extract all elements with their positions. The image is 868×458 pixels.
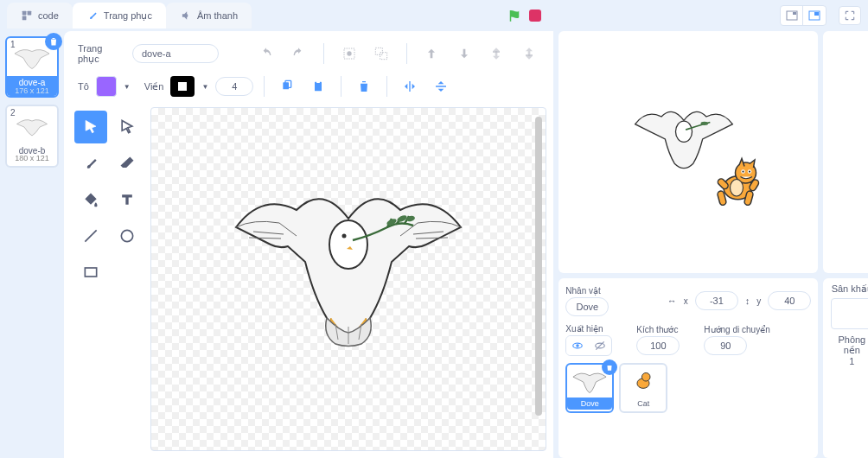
sound-icon xyxy=(180,10,192,22)
delete-button[interactable] xyxy=(352,74,376,99)
scrollbar[interactable] xyxy=(535,117,542,416)
dove-artwork xyxy=(219,167,478,357)
tool-palette xyxy=(71,107,147,451)
sprite-item-cat[interactable]: Cat xyxy=(619,363,667,413)
costume-name-input[interactable] xyxy=(132,44,219,63)
fill-label: Tô xyxy=(78,81,89,92)
svg-point-23 xyxy=(676,121,692,142)
costume-item-dove-a[interactable]: 1 dove-a 176 x 121 xyxy=(5,36,59,98)
tab-costumes-label: Trang phục xyxy=(104,10,152,22)
svg-point-24 xyxy=(701,122,709,125)
show-label: Xuất hiện xyxy=(565,324,603,334)
svg-rect-1 xyxy=(28,11,32,16)
front-button[interactable] xyxy=(485,41,507,66)
fill-color-picker[interactable] xyxy=(96,76,117,97)
y-icon: ↕ xyxy=(745,296,750,306)
svg-point-37 xyxy=(577,345,578,347)
large-stage-button[interactable] xyxy=(803,6,826,25)
svg-rect-0 xyxy=(22,11,27,16)
visibility-toggle xyxy=(565,335,612,356)
svg-rect-9 xyxy=(375,48,382,54)
backward-button[interactable] xyxy=(453,41,475,66)
svg-rect-10 xyxy=(380,53,387,60)
view-mode-buttons xyxy=(780,5,827,26)
backdrop-thumb xyxy=(831,298,868,329)
outline-width-input[interactable] xyxy=(215,77,253,96)
outline-label: Viền xyxy=(144,81,164,92)
fill-tool[interactable] xyxy=(74,183,107,216)
backdrop-panel[interactable]: Sân khấu Phông nền 1 xyxy=(823,278,868,458)
size-input[interactable] xyxy=(636,336,680,355)
sprite-item-dove[interactable]: Dove xyxy=(565,363,614,413)
svg-rect-14 xyxy=(316,80,320,83)
paint-editor: Trang phục Tô ▼ Viền ▼ xyxy=(64,31,553,458)
stage-preview[interactable] xyxy=(558,31,818,273)
sprite-name-input[interactable] xyxy=(565,297,609,316)
eraser-tool[interactable] xyxy=(111,147,144,180)
small-stage-button[interactable] xyxy=(781,6,803,25)
svg-point-16 xyxy=(121,230,132,241)
tab-costumes[interactable]: Trang phục xyxy=(73,3,166,29)
hide-button[interactable] xyxy=(589,336,611,355)
ungroup-button[interactable] xyxy=(370,41,392,66)
svg-rect-2 xyxy=(22,16,27,21)
svg-rect-17 xyxy=(85,268,96,277)
size-label: Kích thước xyxy=(636,325,678,334)
svg-point-19 xyxy=(342,234,347,239)
paint-canvas[interactable] xyxy=(150,107,546,451)
back-button[interactable] xyxy=(518,41,539,66)
xy-icon: ↔ xyxy=(667,296,677,306)
delete-sprite-button[interactable] xyxy=(602,359,617,375)
stage-selector[interactable] xyxy=(823,31,868,273)
svg-point-41 xyxy=(642,372,651,381)
svg-point-18 xyxy=(329,220,367,269)
direction-input[interactable] xyxy=(704,336,747,355)
y-input[interactable] xyxy=(768,291,811,310)
stage-label: Sân khấu xyxy=(828,283,868,295)
brush-tool[interactable] xyxy=(74,147,107,180)
copy-button[interactable] xyxy=(275,74,299,99)
costume-item-dove-b[interactable]: 2 dove-b 180 x 121 xyxy=(5,105,59,168)
flag-icon[interactable] xyxy=(507,8,522,23)
undo-button[interactable] xyxy=(255,41,277,66)
svg-point-35 xyxy=(731,180,744,197)
redo-button[interactable] xyxy=(288,41,310,66)
flip-v-button[interactable] xyxy=(429,74,453,99)
tab-sounds-label: Âm thanh xyxy=(197,10,238,21)
reshape-tool[interactable] xyxy=(111,111,144,143)
forward-button[interactable] xyxy=(421,41,443,66)
brush-icon xyxy=(86,10,99,22)
stop-icon[interactable] xyxy=(529,10,541,22)
fullscreen-button[interactable] xyxy=(839,6,861,25)
line-tool[interactable] xyxy=(74,219,107,252)
text-tool[interactable] xyxy=(111,183,144,216)
x-input[interactable] xyxy=(695,291,738,310)
costume-name-label: Trang phục xyxy=(78,43,122,65)
circle-tool[interactable] xyxy=(111,219,144,252)
code-icon xyxy=(21,10,33,22)
show-button[interactable] xyxy=(566,336,589,355)
paste-button[interactable] xyxy=(306,74,330,99)
outline-color-picker[interactable] xyxy=(170,76,195,97)
svg-point-8 xyxy=(347,51,351,55)
svg-line-15 xyxy=(85,230,96,241)
delete-costume-button[interactable] xyxy=(45,33,62,50)
costume-list: 1 dove-a 176 x 121 2 dove-b 180 x 121 xyxy=(0,31,64,458)
backdrop-count: 1 xyxy=(828,356,868,366)
sprite-name-label: Nhân vật xyxy=(565,286,600,296)
svg-point-30 xyxy=(749,170,750,172)
svg-rect-6 xyxy=(814,12,819,16)
tab-sounds[interactable]: Âm thanh xyxy=(166,3,252,29)
svg-rect-11 xyxy=(284,82,290,89)
rect-tool[interactable] xyxy=(74,256,107,289)
select-tool[interactable] xyxy=(74,111,107,143)
backdrop-label: Phông nền xyxy=(828,334,868,356)
tab-code-label: code xyxy=(38,10,59,21)
tab-code[interactable]: code xyxy=(7,3,73,29)
flip-h-button[interactable] xyxy=(398,74,422,99)
svg-rect-13 xyxy=(315,82,322,92)
svg-rect-4 xyxy=(793,12,796,15)
group-button[interactable] xyxy=(338,41,360,66)
stage-cat xyxy=(705,152,770,217)
sprite-list: Dove Cat xyxy=(565,363,811,413)
